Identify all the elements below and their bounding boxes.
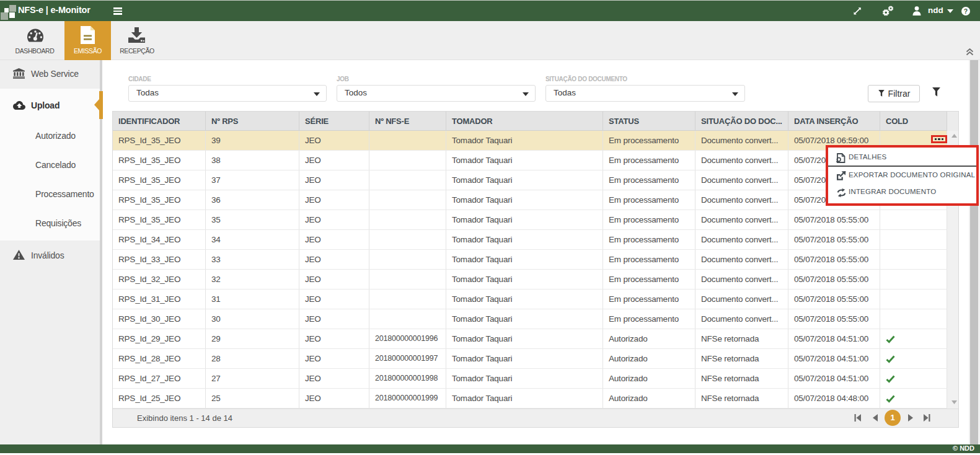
svg-text:?: ?	[964, 7, 968, 15]
